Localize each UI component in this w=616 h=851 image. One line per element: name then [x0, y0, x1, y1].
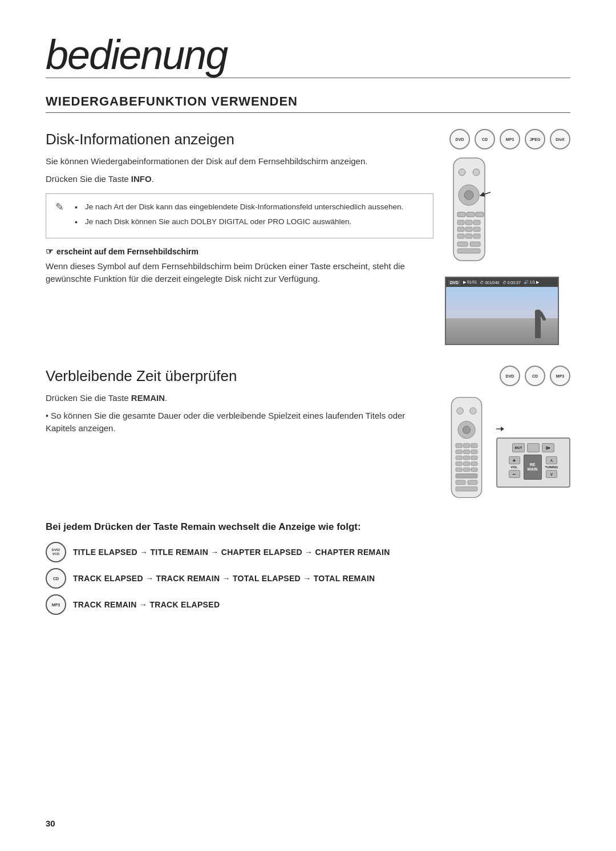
- disc-icons-row-2: DVD CD MP3: [500, 366, 570, 386]
- subsection2-bullet: • So können Sie die gesamte Dauer oder d…: [46, 410, 433, 435]
- subsection1-body: Sie können Wiedergabeinformationen der D…: [46, 155, 433, 168]
- subsection1-title: Disk-Informationen anzeigen: [46, 131, 234, 148]
- svg-rect-10: [473, 220, 480, 225]
- seq-text-cd: TRACK ELAPSED → TRACK REMAIN → TOTAL ELA…: [73, 574, 375, 583]
- subsection2-title: Verbleibende Zeit überprüfen: [46, 367, 237, 385]
- svg-rect-37: [471, 462, 477, 466]
- svg-rect-9: [465, 220, 472, 225]
- svg-rect-36: [463, 462, 469, 466]
- hand-label: erscheint auf dem Fernsehbildschirm: [56, 247, 198, 256]
- disc-icons-row: DVD CD MP3 JPEG DivX: [449, 129, 570, 149]
- jpeg-icon: JPEG: [525, 129, 545, 149]
- arrow-right: [496, 420, 504, 437]
- dvd-icon-2: DVD: [500, 366, 520, 386]
- svg-point-4: [464, 191, 473, 200]
- keypad-display: MUT ⌲ + VOL −: [496, 437, 570, 488]
- svg-rect-19: [457, 249, 480, 253]
- note-box: ✎ ▪ Je nach Art der Disk kann das eingeb…: [46, 193, 433, 238]
- sequence-heading: Bei jedem Drücken der Taste Remain wechs…: [46, 521, 570, 533]
- hand-text: Wenn dieses Symbol auf dem Fernsehbildsc…: [46, 260, 433, 286]
- note-content: ▪ Je nach Art der Disk kann das eingeble…: [75, 201, 403, 231]
- note-text-1: Je nach Art der Disk kann das eingeblend…: [85, 201, 403, 213]
- subsection2-instruction: Drücken Sie die Taste REMAIN.: [46, 392, 433, 405]
- subsection1-instruction: Drücken Sie die Taste INFO.: [46, 173, 433, 186]
- svg-rect-6: [467, 212, 475, 217]
- divx-icon: DivX: [550, 129, 570, 149]
- svg-rect-14: [457, 234, 464, 238]
- svg-rect-35: [456, 462, 462, 466]
- screen-img-1: DVD ▶ 01/01 ⏱ 001/040 ⏱ 0:00:37 🔊 1/1 ▶: [445, 277, 559, 345]
- hand-icon: ☞: [46, 246, 53, 257]
- seq-icon-mp3: MP3: [46, 594, 66, 615]
- svg-rect-29: [456, 450, 462, 454]
- page-title: bedienung: [46, 34, 570, 75]
- svg-point-22: [457, 408, 463, 414]
- seq-icon-cd: CD: [46, 568, 66, 589]
- subsection1-images: DVD ▶ 01/01 ⏱ 001/040 ⏱ 0:00:37 🔊 1/1 ▶: [445, 155, 570, 345]
- remote-svg-1: [445, 155, 493, 266]
- svg-rect-26: [456, 443, 462, 448]
- svg-rect-43: [468, 480, 477, 485]
- subsection-verbleibende: Verbleibende Zeit überprüfen DVD CD MP3 …: [46, 366, 570, 503]
- svg-rect-40: [471, 468, 477, 472]
- note-icon: ✎: [55, 201, 69, 231]
- dvd-icon: DVD: [449, 129, 470, 149]
- svg-rect-27: [463, 443, 469, 448]
- svg-point-25: [463, 426, 470, 433]
- sequence-section: Bei jedem Drücken der Taste Remain wechs…: [46, 521, 570, 615]
- svg-rect-15: [465, 234, 472, 238]
- remain-right-images: MUT ⌲ + VOL −: [445, 392, 570, 503]
- seq-text-mp3: TRACK REMAIN → TRACK ELAPSED: [73, 600, 220, 609]
- mp3-icon: MP3: [500, 129, 520, 149]
- note-text-2: Je nach Disk können Sie auch DOLBY DIGIT…: [85, 216, 351, 228]
- svg-rect-16: [473, 234, 480, 238]
- svg-rect-30: [463, 450, 469, 454]
- svg-point-1: [459, 169, 465, 176]
- svg-rect-11: [457, 227, 464, 232]
- svg-rect-7: [476, 212, 484, 217]
- svg-rect-12: [465, 227, 472, 232]
- svg-rect-13: [473, 227, 480, 232]
- svg-rect-44: [456, 487, 477, 491]
- note-bullet-1: ▪: [75, 201, 82, 213]
- svg-rect-34: [471, 456, 477, 460]
- subsection-disk-info: Disk-Informationen anzeigen DVD CD MP3 J…: [46, 129, 570, 345]
- svg-rect-8: [457, 220, 464, 225]
- section-heading: WIEDERGABEFUNKTION VERWENDEN: [46, 94, 570, 113]
- svg-rect-38: [456, 468, 462, 472]
- svg-rect-28: [471, 443, 477, 448]
- seq-icon-dvd: DVD/ VCD: [46, 542, 66, 562]
- svg-rect-32: [456, 456, 462, 460]
- svg-point-23: [470, 408, 476, 414]
- mp3-icon-2: MP3: [550, 366, 570, 386]
- svg-rect-41: [456, 474, 477, 479]
- sequence-row-mp3: MP3 TRACK REMAIN → TRACK ELAPSED: [46, 594, 570, 615]
- svg-rect-18: [470, 242, 480, 246]
- seq-text-dvd: TITLE ELAPSED → TITLE REMAIN → CHAPTER E…: [73, 548, 390, 557]
- cd-icon-2: CD: [525, 366, 545, 386]
- svg-marker-46: [501, 427, 504, 431]
- svg-rect-17: [457, 242, 468, 246]
- note-bullet-2: ▪: [75, 216, 82, 228]
- remain-keypad: MUT ⌲ + VOL −: [496, 420, 570, 488]
- remote-svg-2: [445, 392, 488, 503]
- svg-rect-33: [463, 456, 469, 460]
- svg-rect-39: [463, 468, 469, 472]
- hand-heading: ☞ erscheint auf dem Fernsehbildschirm: [46, 246, 433, 257]
- svg-point-2: [473, 169, 480, 176]
- remote-img-1: [445, 155, 570, 269]
- sequence-row-dvd: DVD/ VCD TITLE ELAPSED → TITLE REMAIN → …: [46, 542, 570, 562]
- svg-rect-5: [457, 212, 465, 217]
- svg-rect-31: [471, 450, 477, 454]
- cd-icon: CD: [475, 129, 495, 149]
- sequence-row-cd: CD TRACK ELAPSED → TRACK REMAIN → TOTAL …: [46, 568, 570, 589]
- svg-rect-42: [456, 480, 465, 485]
- page-number: 30: [46, 818, 55, 828]
- remain-remote-container: MUT ⌲ + VOL −: [445, 392, 570, 503]
